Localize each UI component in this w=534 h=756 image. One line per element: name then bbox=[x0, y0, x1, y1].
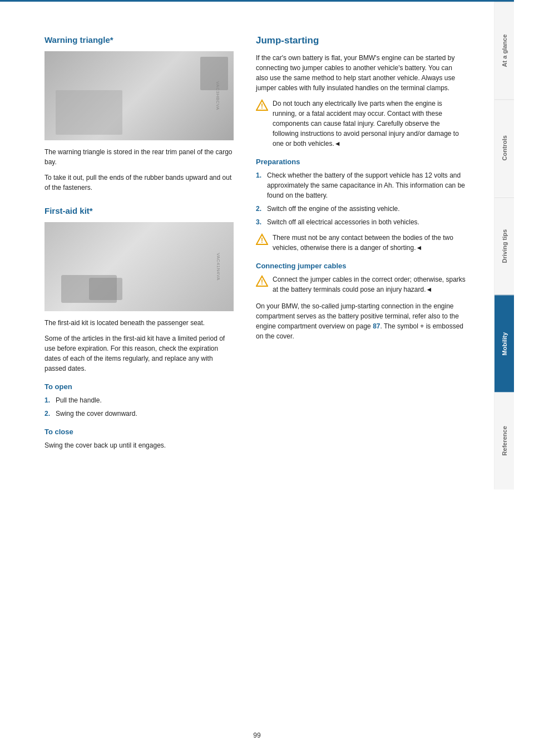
page-ref-link: 87 bbox=[373, 322, 380, 330]
sidebar-tab-driving-tips[interactable]: Driving tips bbox=[495, 197, 514, 294]
page-wrapper: Warning triangle* VAC3HBCVA The warning … bbox=[0, 0, 514, 756]
connecting-jumper-body1: On your BMW, the so-called jump-starting… bbox=[256, 301, 466, 341]
warning-icon-3: ! bbox=[256, 275, 268, 287]
to-open-item-2: 2. Swing the cover downward. bbox=[44, 409, 234, 419]
sidebar-tab-at-a-glance[interactable]: At a glance bbox=[495, 2, 514, 99]
to-close-title: To close bbox=[44, 428, 234, 436]
warning-text-1: Do not touch any electrically live parts… bbox=[273, 99, 466, 149]
warning-triangle-section: Warning triangle* VAC3HBCVA The warning … bbox=[44, 35, 234, 193]
page-number: 99 bbox=[253, 732, 260, 739]
sidebar-tab-mobility[interactable]: Mobility bbox=[495, 294, 514, 392]
jump-starting-body1: If the car's own battery is flat, your B… bbox=[256, 53, 466, 93]
main-content: Warning triangle* VAC3HBCVA The warning … bbox=[0, 2, 494, 489]
connecting-jumper-title: Connecting jumper cables bbox=[256, 262, 466, 270]
first-aid-image: VAC41N4VA bbox=[44, 222, 234, 311]
warning-box-3: ! Connect the jumper cables in the corre… bbox=[256, 274, 466, 294]
svg-text:!: ! bbox=[261, 237, 263, 244]
svg-text:!: ! bbox=[261, 278, 263, 286]
left-column: Warning triangle* VAC3HBCVA The warning … bbox=[44, 35, 234, 456]
prep-item-1: 1. Check whether the battery of the supp… bbox=[256, 170, 466, 200]
first-aid-title: First-aid kit* bbox=[44, 206, 234, 215]
right-column: Jump-starting If the car's own battery i… bbox=[256, 35, 466, 456]
first-aid-section: First-aid kit* VAC41N4VA The first-aid k… bbox=[44, 206, 234, 450]
svg-text:!: ! bbox=[261, 102, 263, 110]
image-label-firstaid: VAC41N4VA bbox=[216, 253, 221, 281]
warning-text-2: There must not be any contact between th… bbox=[273, 233, 466, 253]
right-sidebar: At a glance Controls Driving tips Mobili… bbox=[494, 2, 514, 489]
warning-triangle-title: Warning triangle* bbox=[44, 35, 234, 45]
preparations-title: Preparations bbox=[256, 158, 466, 166]
jump-starting-section: Jump-starting If the car's own battery i… bbox=[256, 35, 466, 149]
prep-item-3: 3. Switch off all electrical accessories… bbox=[256, 217, 466, 227]
to-open-list: 1. Pull the handle. 2. Swing the cover d… bbox=[44, 395, 234, 419]
warning-triangle-body2: To take it out, pull the ends of the rub… bbox=[44, 173, 234, 193]
warning-text-3: Connect the jumper cables in the correct… bbox=[273, 274, 466, 294]
connecting-jumper-section: Connecting jumper cables ! Connect the j… bbox=[256, 262, 466, 341]
prep-item-2: 2. Switch off the engine of the assistin… bbox=[256, 204, 466, 214]
to-close-body: Swing the cover back up until it engages… bbox=[44, 440, 234, 450]
to-open-title: To open bbox=[44, 382, 234, 391]
to-open-item-1: 1. Pull the handle. bbox=[44, 395, 234, 405]
warning-box-1: ! Do not touch any electrically live par… bbox=[256, 99, 466, 149]
warning-triangle-body1: The warning triangle is stored in the re… bbox=[44, 147, 234, 167]
warning-icon-1: ! bbox=[256, 99, 268, 111]
image-label-triangle: VAC3HBCVA bbox=[216, 81, 221, 110]
preparations-list: 1. Check whether the battery of the supp… bbox=[256, 170, 466, 227]
jump-starting-title: Jump-starting bbox=[256, 35, 466, 46]
top-accent-line bbox=[0, 0, 514, 2]
first-aid-body2: Some of the articles in the first-aid ki… bbox=[44, 333, 234, 374]
sidebar-tab-reference[interactable]: Reference bbox=[495, 392, 514, 489]
warning-triangle-image: VAC3HBCVA bbox=[44, 51, 234, 140]
page-container: Warning triangle* VAC3HBCVA The warning … bbox=[0, 0, 534, 756]
preparations-section: Preparations 1. Check whether the batter… bbox=[256, 158, 466, 253]
warning-box-2: ! There must not be any contact between … bbox=[256, 233, 466, 253]
warning-icon-2: ! bbox=[256, 233, 268, 246]
sidebar-tab-controls[interactable]: Controls bbox=[495, 99, 514, 197]
first-aid-body1: The first-aid kit is located beneath the… bbox=[44, 318, 234, 328]
